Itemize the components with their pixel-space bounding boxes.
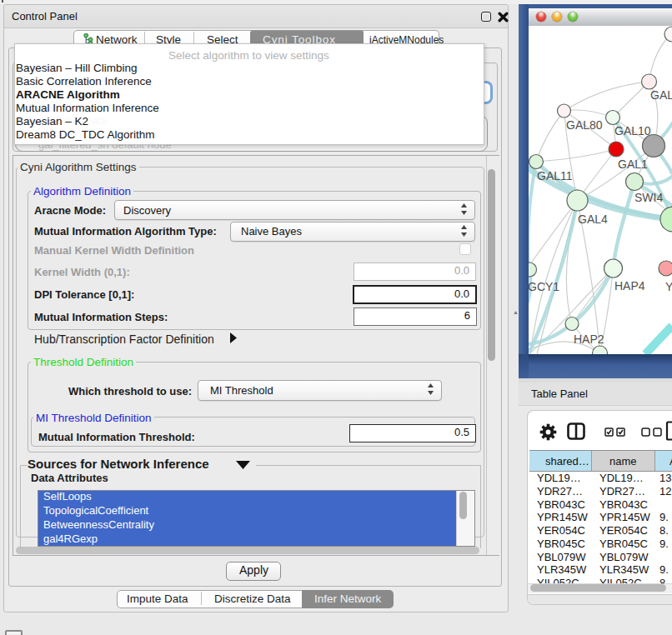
svg-text:YJL: YJL xyxy=(665,280,672,293)
svg-text:GAL11: GAL11 xyxy=(537,169,573,182)
svg-text:GCY1: GCY1 xyxy=(529,280,559,293)
svg-text:GAL10: GAL10 xyxy=(614,124,651,138)
svg-text:GAL2: GAL2 xyxy=(650,88,672,102)
svg-text:GAL80: GAL80 xyxy=(566,118,603,132)
svg-text:HAP4: HAP4 xyxy=(614,279,645,292)
svg-text:GAL1: GAL1 xyxy=(618,158,648,171)
svg-text:SWI4: SWI4 xyxy=(634,191,663,204)
svg-text:HAP2: HAP2 xyxy=(574,332,604,346)
svg-text:GAL4: GAL4 xyxy=(578,212,608,226)
